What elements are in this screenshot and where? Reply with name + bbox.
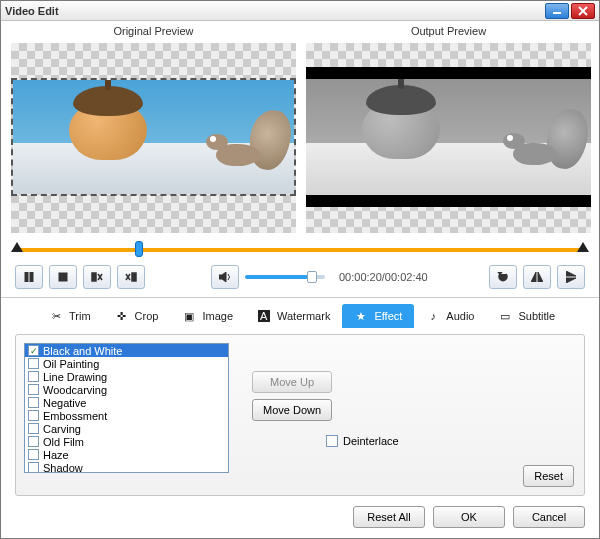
deinterlace-label: Deinterlace bbox=[343, 435, 399, 447]
effect-checkbox[interactable] bbox=[28, 423, 39, 434]
output-preview bbox=[306, 43, 591, 233]
effect-label: Shadow bbox=[43, 462, 83, 474]
effect-checkbox[interactable] bbox=[28, 384, 39, 395]
titlebar: Video Edit bbox=[1, 1, 599, 21]
cancel-button[interactable]: Cancel bbox=[513, 506, 585, 528]
effect-checkbox[interactable] bbox=[28, 449, 39, 460]
svg-text:A: A bbox=[260, 310, 268, 322]
tab-subtitle-label: Subtitle bbox=[518, 310, 555, 322]
original-preview-label: Original Preview bbox=[11, 21, 296, 43]
undo-button[interactable] bbox=[489, 265, 517, 289]
tab-trim-label: Trim bbox=[69, 310, 91, 322]
timeline[interactable] bbox=[15, 243, 585, 257]
volume-slider[interactable] bbox=[245, 275, 325, 279]
crop-icon: ✜ bbox=[115, 309, 129, 323]
effect-checkbox[interactable] bbox=[28, 397, 39, 408]
effect-label: Oil Painting bbox=[43, 358, 99, 370]
list-item[interactable]: ✓Black and White bbox=[25, 344, 228, 357]
effects-listbox[interactable]: ✓Black and WhiteOil PaintingLine Drawing… bbox=[24, 343, 229, 473]
effect-label: Haze bbox=[43, 449, 69, 461]
list-item[interactable]: Woodcarving bbox=[25, 383, 228, 396]
tab-crop-label: Crop bbox=[135, 310, 159, 322]
flip-horizontal-button[interactable] bbox=[523, 265, 551, 289]
effect-checkbox[interactable] bbox=[28, 358, 39, 369]
crop-frame[interactable] bbox=[11, 78, 296, 196]
effect-panel: ✓Black and WhiteOil PaintingLine Drawing… bbox=[15, 334, 585, 496]
list-item[interactable]: Shadow bbox=[25, 461, 228, 473]
tab-effect[interactable]: ★Effect bbox=[342, 304, 414, 328]
preview-row: Original Preview Output Preview bbox=[1, 21, 599, 233]
tab-subtitle[interactable]: ▭Subtitle bbox=[486, 304, 567, 328]
minimize-button[interactable] bbox=[545, 3, 569, 19]
timecode: 00:00:20/00:02:40 bbox=[339, 271, 428, 283]
svg-rect-11 bbox=[132, 273, 136, 281]
svg-marker-16 bbox=[566, 278, 576, 283]
image-icon: ▣ bbox=[182, 309, 196, 323]
tabbar: ✂Trim ✜Crop ▣Image AWatermark ★Effect ♪A… bbox=[1, 298, 599, 328]
reset-button[interactable]: Reset bbox=[523, 465, 574, 487]
effect-label: Embossment bbox=[43, 410, 107, 422]
deinterlace-checkbox[interactable] bbox=[326, 435, 338, 447]
move-down-button[interactable]: Move Down bbox=[252, 399, 332, 421]
effect-checkbox[interactable] bbox=[28, 371, 39, 382]
effect-checkbox[interactable] bbox=[28, 410, 39, 421]
tab-effect-label: Effect bbox=[374, 310, 402, 322]
set-start-button[interactable] bbox=[83, 265, 111, 289]
effect-checkbox[interactable] bbox=[28, 436, 39, 447]
watermark-icon: A bbox=[257, 309, 271, 323]
tab-audio[interactable]: ♪Audio bbox=[414, 304, 486, 328]
svg-marker-13 bbox=[531, 272, 536, 282]
volume-button[interactable] bbox=[211, 265, 239, 289]
list-item[interactable]: Old Film bbox=[25, 435, 228, 448]
playhead[interactable] bbox=[135, 241, 143, 257]
list-item[interactable]: Embossment bbox=[25, 409, 228, 422]
tab-trim[interactable]: ✂Trim bbox=[37, 304, 103, 328]
svg-rect-5 bbox=[59, 273, 67, 281]
ok-button[interactable]: OK bbox=[433, 506, 505, 528]
subtitle-icon: ▭ bbox=[498, 309, 512, 323]
effect-checkbox[interactable]: ✓ bbox=[28, 345, 39, 356]
tab-image[interactable]: ▣Image bbox=[170, 304, 245, 328]
effect-checkbox[interactable] bbox=[28, 462, 39, 473]
trim-end-marker[interactable] bbox=[577, 242, 589, 252]
tab-watermark[interactable]: AWatermark bbox=[245, 304, 342, 328]
tab-audio-label: Audio bbox=[446, 310, 474, 322]
effect-label: Woodcarving bbox=[43, 384, 107, 396]
playback-controls: 00:00:20/00:02:40 bbox=[1, 261, 599, 298]
scissors-icon: ✂ bbox=[49, 309, 63, 323]
tab-watermark-label: Watermark bbox=[277, 310, 330, 322]
music-note-icon: ♪ bbox=[426, 309, 440, 323]
flip-vertical-button[interactable] bbox=[557, 265, 585, 289]
tab-image-label: Image bbox=[202, 310, 233, 322]
window-title: Video Edit bbox=[5, 5, 543, 17]
move-up-button[interactable]: Move Up bbox=[252, 371, 332, 393]
set-end-button[interactable] bbox=[117, 265, 145, 289]
svg-marker-15 bbox=[566, 271, 576, 276]
effect-label: Carving bbox=[43, 423, 81, 435]
footer: Reset All OK Cancel bbox=[1, 496, 599, 538]
trim-start-marker[interactable] bbox=[11, 242, 23, 252]
list-item[interactable]: Haze bbox=[25, 448, 228, 461]
pause-button[interactable] bbox=[15, 265, 43, 289]
list-item[interactable]: Line Drawing bbox=[25, 370, 228, 383]
effect-label: Old Film bbox=[43, 436, 84, 448]
effect-label: Negative bbox=[43, 397, 86, 409]
original-preview[interactable] bbox=[11, 43, 296, 233]
reset-all-button[interactable]: Reset All bbox=[353, 506, 425, 528]
video-edit-window: Video Edit Original Preview Output Previ… bbox=[0, 0, 600, 539]
star-icon: ★ bbox=[354, 309, 368, 323]
svg-rect-4 bbox=[30, 272, 33, 282]
tab-crop[interactable]: ✜Crop bbox=[103, 304, 171, 328]
stop-button[interactable] bbox=[49, 265, 77, 289]
list-item[interactable]: Oil Painting bbox=[25, 357, 228, 370]
effect-label: Black and White bbox=[43, 345, 122, 357]
effect-label: Line Drawing bbox=[43, 371, 107, 383]
list-item[interactable]: Carving bbox=[25, 422, 228, 435]
list-item[interactable]: Negative bbox=[25, 396, 228, 409]
close-button[interactable] bbox=[571, 3, 595, 19]
output-preview-label: Output Preview bbox=[306, 21, 591, 43]
svg-marker-14 bbox=[538, 272, 543, 282]
svg-marker-12 bbox=[219, 272, 226, 282]
svg-rect-3 bbox=[25, 272, 28, 282]
svg-rect-6 bbox=[92, 273, 96, 281]
